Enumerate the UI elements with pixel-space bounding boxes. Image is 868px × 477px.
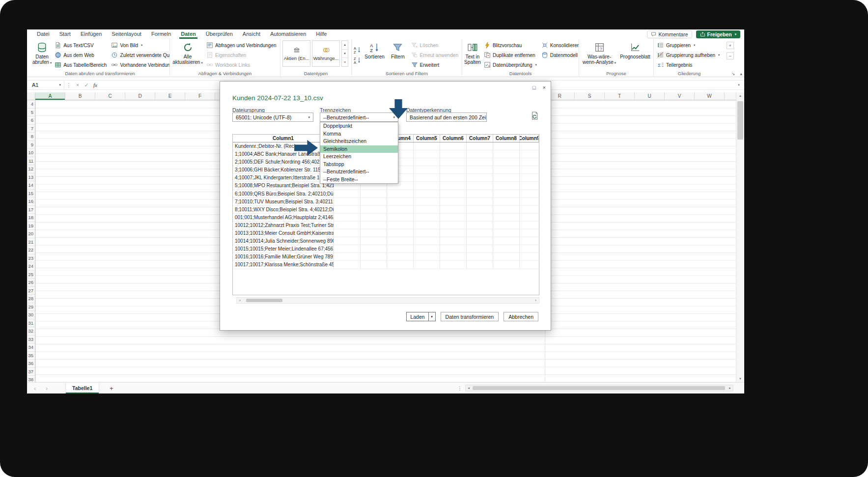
sort-za-icon[interactable] (354, 56, 362, 64)
forecast-sheet-button[interactable]: Prognoseblatt (619, 40, 651, 70)
scroll-down-arrow[interactable]: ▾ (736, 375, 744, 382)
reapply-filter-button[interactable]: Erneut anwenden (410, 50, 460, 60)
column-header[interactable]: V (665, 92, 695, 100)
hide-detail-button[interactable]: − (727, 52, 734, 59)
confirm-entry-button[interactable]: ✓ (82, 82, 91, 88)
gallery-down-button[interactable]: ▾ (342, 50, 348, 58)
consolidate-button[interactable]: Konsolidieren (540, 40, 579, 50)
row-header[interactable]: 24 (27, 262, 35, 271)
close-button[interactable]: × (543, 84, 546, 90)
column-header[interactable]: F (185, 92, 215, 100)
horizontal-scroll-track[interactable] (472, 385, 727, 391)
gallery-more-button[interactable]: ≡ (342, 58, 348, 66)
add-sheet-button[interactable]: + (110, 383, 113, 393)
delimiter-select[interactable]: --Benutzerdefiniert--▾ (320, 112, 398, 122)
scroll-right-arrow[interactable]: ▸ (727, 386, 733, 390)
group-button[interactable]: Gruppieren▾ (656, 40, 721, 50)
select-all-corner[interactable] (27, 92, 35, 100)
subtotal-button[interactable]: Teilergebnis (656, 60, 721, 70)
row-header[interactable]: 16 (27, 197, 35, 206)
row-header[interactable]: 22 (27, 246, 35, 254)
ribbon-tab[interactable]: Daten (176, 29, 201, 39)
row-header[interactable]: 8 (27, 133, 35, 141)
ribbon-tab[interactable]: Formeln (146, 29, 176, 39)
sheet-nav-left-icon[interactable]: ‹ (34, 383, 36, 393)
refresh-all-button[interactable]: Alle aktualisieren▾ (172, 40, 203, 70)
ribbon-tab[interactable]: Datei (32, 29, 55, 39)
data-model-button[interactable]: Datenmodell▾ (540, 50, 579, 60)
clear-filter-button[interactable]: Löschen (410, 40, 460, 50)
sheet-tab-tabelle1[interactable]: Tabelle1 (65, 383, 99, 393)
expand-formula-bar-icon[interactable]: ▾ (733, 83, 744, 87)
row-header[interactable]: 17 (27, 206, 35, 214)
delimiter-option[interactable]: --Feste Breite-- (320, 176, 398, 184)
row-header[interactable]: 11 (27, 157, 35, 166)
row-header[interactable]: 15 (27, 190, 35, 198)
maximize-button[interactable]: □ (532, 84, 536, 90)
row-header[interactable]: 35 (27, 352, 35, 360)
datatype-currency-button[interactable]: Währunge... (312, 40, 340, 67)
name-box[interactable]: A1 ▾ (27, 81, 64, 89)
load-button[interactable]: Laden (406, 312, 428, 321)
row-header[interactable]: 23 (27, 254, 35, 263)
column-header[interactable]: A (35, 92, 65, 100)
row-header[interactable]: 18 (27, 214, 35, 222)
transform-data-button[interactable]: Daten transformieren (441, 312, 499, 321)
column-header[interactable]: B (65, 92, 95, 100)
row-header[interactable]: 13 (27, 173, 35, 182)
column-header[interactable]: E (155, 92, 185, 100)
row-header[interactable]: 30 (27, 311, 35, 319)
text-to-columns-button[interactable]: Text in Spalten (464, 40, 481, 70)
row-header[interactable]: 37 (27, 368, 35, 376)
row-header[interactable]: 6 (27, 116, 35, 125)
row-header[interactable]: 12 (27, 165, 35, 173)
ribbon-tab[interactable]: Seitenlayout (107, 29, 146, 39)
queries-connections-button[interactable]: Abfragen und Verbindungen (205, 40, 278, 50)
show-detail-button[interactable]: + (727, 42, 734, 49)
ribbon-tab[interactable]: Überprüfen (201, 29, 238, 39)
dialog-launcher-icon[interactable]: ↘ (731, 71, 735, 76)
flash-fill-button[interactable]: Blitzvorschau (482, 40, 538, 50)
sort-az-icon[interactable] (354, 46, 362, 54)
row-header[interactable]: 10 (27, 149, 35, 157)
row-header[interactable]: 34 (27, 343, 35, 352)
column-header[interactable]: X (725, 92, 736, 100)
delimiter-option[interactable]: Doppelpunkt (320, 122, 398, 130)
row-header[interactable]: 7 (27, 125, 35, 133)
delimiter-option[interactable]: Leerzeichen (320, 153, 398, 161)
from-table-range-button[interactable]: Aus Tabelle/Bereich (53, 60, 108, 70)
advanced-filter-button[interactable]: Erweitert (410, 60, 460, 70)
horizontal-scroll-thumb[interactable] (473, 386, 725, 390)
ribbon-tab[interactable]: Hilfe (311, 29, 332, 39)
row-header[interactable]: 20 (27, 230, 35, 238)
get-data-button[interactable]: Daten abrufen▾ (32, 40, 52, 70)
row-header[interactable]: 31 (27, 319, 35, 328)
vertical-scrollbar[interactable]: ▴ ▾ (736, 92, 744, 382)
column-header[interactable]: C (95, 92, 125, 100)
remove-duplicates-button[interactable]: Duplikate entfernen (482, 50, 538, 60)
scroll-right-arrow[interactable]: › (532, 298, 539, 303)
from-picture-button[interactable]: Von Bild▾ (110, 40, 170, 50)
row-header[interactable]: 4 (27, 100, 35, 109)
delimiter-option[interactable]: Gleichheitszeichen (320, 138, 398, 145)
cancel-button[interactable]: Abbrechen (504, 312, 538, 321)
comments-button[interactable]: Kommentare (647, 30, 692, 38)
preview-scroll-track[interactable] (243, 298, 532, 303)
collapse-ribbon-icon[interactable]: ▴ (740, 71, 742, 76)
row-header[interactable]: 5 (27, 109, 35, 117)
insert-function-button[interactable]: fx (91, 82, 100, 88)
row-header[interactable]: 26 (27, 279, 35, 287)
recent-sources-button[interactable]: Zuletzt verwendete Quellen (110, 50, 170, 60)
row-header[interactable]: 19 (27, 222, 35, 230)
ribbon-tab[interactable]: Start (55, 29, 76, 39)
column-header[interactable]: T (605, 92, 635, 100)
preview-horizontal-scrollbar[interactable]: ‹ › (236, 297, 539, 304)
scroll-left-arrow[interactable]: ◂ (466, 386, 472, 390)
column-header[interactable]: W (695, 92, 725, 100)
delimiter-option[interactable]: --Benutzerdefiniert-- (320, 168, 398, 176)
delimiter-option[interactable]: Tabstopp (320, 161, 398, 168)
properties-button[interactable]: Eigenschaften (205, 50, 278, 60)
refresh-preview-icon[interactable] (531, 111, 539, 120)
existing-connections-button[interactable]: Vorhandene Verbindungen (110, 60, 170, 70)
row-header[interactable]: 25 (27, 271, 35, 279)
